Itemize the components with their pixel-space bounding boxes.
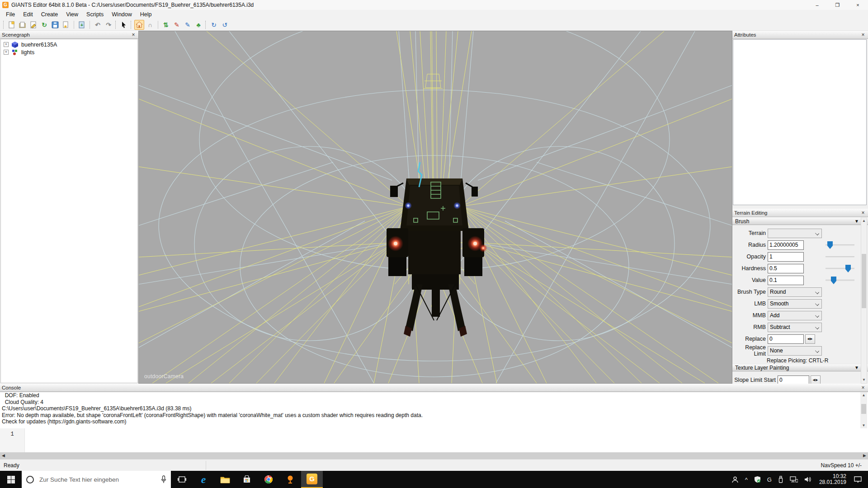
script-input[interactable] [25, 428, 868, 452]
slope-limit-spinner[interactable]: ◀▶ [811, 375, 821, 384]
viewport[interactable]: outdoorCamera [138, 31, 732, 384]
terrain-panel-scrollbar[interactable]: ▲ ▼ [861, 217, 867, 384]
terrain-paint-icon[interactable]: ✎ [172, 20, 182, 30]
slope-limit-input[interactable]: 0 [778, 375, 809, 384]
collapse-icon[interactable]: ▼ [854, 219, 859, 224]
tray-chevron-icon[interactable]: ^ [742, 476, 751, 483]
replace-limit-select[interactable]: None [768, 346, 822, 356]
window-controls: – ❐ × [807, 0, 868, 10]
tree-item-lights[interactable]: + lights [1, 48, 137, 56]
scenegraph-close-icon[interactable]: × [130, 32, 137, 38]
viewport-scene[interactable] [139, 31, 732, 383]
microphone-icon[interactable] [161, 475, 166, 483]
menu-scripts[interactable]: Scripts [82, 10, 108, 19]
menu-view[interactable]: View [62, 10, 82, 19]
lmb-select[interactable]: Smooth [768, 299, 822, 309]
maximize-button[interactable]: ❐ [827, 0, 848, 10]
terrain-smooth-icon[interactable]: ✎ [183, 20, 193, 30]
close-button[interactable]: × [848, 0, 868, 10]
title-bar: G GIANTS Editor 64bit 8.1.0 Beta - C:/Us… [0, 0, 868, 10]
logitech-icon[interactable]: G [764, 476, 775, 483]
new-file-icon[interactable] [7, 20, 17, 30]
attributes-close-icon[interactable]: × [860, 32, 866, 38]
taskbar-search[interactable]: Zur Suche Text hier eingeben [22, 471, 171, 488]
menu-help[interactable]: Help [136, 10, 156, 19]
console-output[interactable]: DOF: Enabled Cloud Quality: 4 C:\Users\u… [0, 392, 868, 428]
console-scrollbar[interactable]: ▲ ▼ [860, 392, 867, 428]
slider-thumb[interactable] [827, 241, 833, 249]
scroll-down-icon[interactable]: ▼ [860, 422, 867, 428]
menu-window[interactable]: Window [108, 10, 136, 19]
tractor-model[interactable] [387, 162, 487, 337]
radius-input[interactable]: 1.20000005 [768, 240, 804, 250]
rotate-cw-icon[interactable]: ↻ [209, 20, 219, 30]
microsoft-store-icon[interactable] [236, 471, 258, 488]
open-file-icon[interactable] [18, 20, 28, 30]
opacity-slider[interactable] [826, 253, 854, 261]
magnet-icon[interactable]: ∩ [145, 20, 155, 30]
scrollbar-thumb[interactable] [862, 254, 866, 308]
terrain-editing-close-icon[interactable]: × [860, 210, 866, 216]
frame-selection-icon[interactable] [134, 20, 144, 30]
terrain-sculpt-icon[interactable]: ⇅ [161, 20, 171, 30]
network-icon[interactable] [787, 476, 801, 483]
scenegraph-tree[interactable]: + buehrer6135A + lights [0, 39, 138, 383]
recorder-icon[interactable] [279, 471, 301, 488]
mmb-select[interactable]: Add [768, 311, 822, 320]
replace-input[interactable]: 0 [768, 334, 804, 344]
edge-icon[interactable]: e [193, 471, 214, 488]
radius-slider[interactable] [826, 241, 854, 249]
hardness-slider[interactable] [826, 264, 854, 272]
giants-editor-taskbar-icon[interactable]: G [301, 471, 323, 488]
menu-create[interactable]: Create [37, 10, 62, 19]
usb-icon[interactable] [775, 476, 787, 483]
scroll-up-icon[interactable]: ▲ [861, 218, 867, 224]
foliage-paint-icon[interactable]: ♣ [193, 20, 203, 30]
expand-icon[interactable]: + [4, 50, 9, 55]
value-input[interactable]: 0.1 [768, 276, 804, 285]
scroll-left-icon[interactable]: ◀ [0, 452, 7, 459]
task-view-button[interactable] [171, 471, 193, 488]
brush-type-select[interactable]: Round [768, 287, 822, 297]
replace-spinner[interactable]: ◀▶ [805, 334, 815, 344]
add-object-icon[interactable]: + [77, 20, 87, 30]
hardness-input[interactable]: 0.5 [768, 264, 804, 273]
file-explorer-icon[interactable] [214, 471, 236, 488]
slider-thumb[interactable] [845, 265, 851, 272]
people-icon[interactable] [728, 476, 742, 483]
minimize-button[interactable]: – [807, 0, 827, 10]
reload-icon[interactable]: ↻ [39, 20, 49, 30]
scrollbar-thumb[interactable] [861, 404, 866, 414]
brush-section-bar[interactable]: Brush ▼ [732, 217, 868, 225]
menu-file[interactable]: File [2, 10, 19, 19]
undo-icon[interactable]: ↶ [93, 20, 103, 30]
slider-thumb[interactable] [831, 277, 836, 284]
tree-item-buehrer6135A[interactable]: + buehrer6135A [1, 41, 137, 48]
export-icon[interactable]: ★ [61, 20, 71, 30]
scroll-down-icon[interactable]: ▼ [861, 377, 867, 383]
value-slider[interactable] [826, 276, 854, 284]
rmb-select[interactable]: Subtract [768, 323, 822, 332]
navspeed-indicator: NavSpeed 10 +/- [821, 462, 868, 469]
texture-layer-section-bar[interactable]: Texture Layer Painting ▼ [732, 364, 868, 371]
chrome-icon[interactable] [258, 471, 279, 488]
start-button[interactable] [0, 471, 22, 488]
console-close-icon[interactable]: × [860, 385, 866, 391]
horizontal-scrollbar[interactable]: ◀ ▶ [0, 452, 868, 459]
action-center-icon[interactable] [851, 476, 868, 483]
opacity-input[interactable]: 1 [768, 252, 804, 262]
redo-icon[interactable]: ↷ [104, 20, 113, 30]
scroll-right-icon[interactable]: ▶ [861, 452, 868, 459]
rotate-ccw-icon[interactable]: ↺ [220, 20, 230, 30]
expand-icon[interactable]: + [4, 42, 9, 47]
save-icon[interactable] [50, 20, 60, 30]
defender-icon[interactable] [751, 476, 764, 483]
taskbar-clock[interactable]: 10:32 28.01.2019 [815, 474, 851, 485]
collapse-icon[interactable]: ▼ [854, 365, 859, 370]
scroll-up-icon[interactable]: ▲ [860, 392, 867, 398]
select-tool-icon[interactable] [119, 20, 129, 30]
menu-edit[interactable]: Edit [19, 10, 37, 19]
import-icon[interactable] [28, 20, 38, 30]
volume-icon[interactable] [801, 476, 815, 483]
terrain-select[interactable] [768, 229, 822, 238]
